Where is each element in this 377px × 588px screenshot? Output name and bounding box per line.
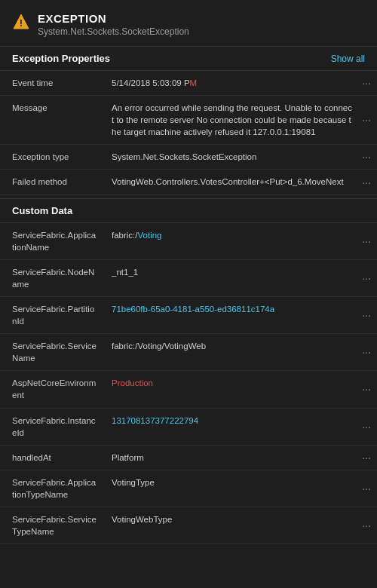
prop-actions-instance-id[interactable]: ··· [356,409,377,445]
prop-value-aspnetcore-env: Production [106,371,356,407]
prop-value-handled-at: Platform [106,446,356,470]
prop-value-exception-type: System.Net.Sockets.SocketException [106,145,356,169]
prop-value-node-name: _nt1_1 [106,260,356,296]
exception-subtitle: System.Net.Sockets.SocketException [38,26,189,37]
prop-value-event-time: 5/14/2018 5:03:09 PM [106,71,356,95]
prop-key-app-name: ServiceFabric.ApplicationName [0,223,106,259]
prop-row-exception-type: Exception type System.Net.Sockets.Socket… [0,145,377,170]
prop-actions-aspnetcore-env[interactable]: ··· [356,371,377,407]
prop-actions-message[interactable]: ··· [356,96,377,144]
custom-data-section: Custom Data ServiceFabric.ApplicationNam… [0,198,377,545]
prop-row-instance-id: ServiceFabric.InstanceId 131708137377222… [0,409,377,446]
prop-actions-exception-type[interactable]: ··· [356,145,377,169]
env-highlight: Production [112,378,153,387]
prop-actions-app-name[interactable]: ··· [356,223,377,259]
prop-key-service-name: ServiceFabric.ServiceName [0,334,106,370]
prop-actions-event-time[interactable]: ··· [356,71,377,95]
prop-value-service-type-name: VotingWebType [106,507,356,544]
exception-properties-title: Exception Properties [12,53,110,64]
prop-key-instance-id: ServiceFabric.InstanceId [0,409,106,445]
prop-key-exception-type: Exception type [0,145,106,169]
prop-row-failed-method: Failed method VotingWeb.Controllers.Vote… [0,170,377,194]
prop-key-partition-id: ServiceFabric.PartitionId [0,297,106,333]
exception-properties-section: Exception Properties Show all Event time… [0,46,377,195]
prop-value-service-name: fabric:/Voting/VotingWeb [106,334,356,370]
app-name-link: Voting [138,231,162,240]
prop-actions-app-type-name[interactable]: ··· [356,470,377,507]
custom-data-header: Custom Data [0,198,377,223]
prop-row-handled-at: handledAt Platform ··· [0,446,377,470]
prop-row-app-type-name: ServiceFabric.ApplicationTypeName Voting… [0,470,377,507]
instance-id-link: 131708137377222794 [112,416,198,425]
prop-actions-handled-at[interactable]: ··· [356,446,377,470]
prop-row-event-time: Event time 5/14/2018 5:03:09 PM ··· [0,71,377,96]
prop-row-message: Message An error occurred while sending … [0,96,377,145]
prop-actions-service-name[interactable]: ··· [356,334,377,370]
prop-key-handled-at: handledAt [0,446,106,470]
prop-key-service-type-name: ServiceFabric.ServiceTypeName [0,507,106,544]
prop-actions-node-name[interactable]: ··· [356,260,377,296]
prop-actions-service-type-name[interactable]: ··· [356,507,377,544]
event-time-highlight: M [190,78,198,87]
prop-actions-partition-id[interactable]: ··· [356,297,377,333]
prop-key-event-time: Event time [0,71,106,95]
partition-id-link: 71be60fb-65a0-4181-a550-ed36811c174a [112,305,274,314]
prop-value-app-name: fabric:/Voting [106,223,356,259]
exception-header: ! EXCEPTION System.Net.Sockets.SocketExc… [0,0,377,46]
prop-value-app-type-name: VotingType [106,470,356,507]
warning-triangle-icon: ! [12,12,30,33]
exception-title-block: EXCEPTION System.Net.Sockets.SocketExcep… [38,12,189,37]
prop-value-partition-id: 71be60fb-65a0-4181-a550-ed36811c174a [106,297,356,333]
custom-data-title: Custom Data [12,205,72,216]
prop-value-instance-id: 131708137377222794 [106,409,356,445]
prop-row-service-name: ServiceFabric.ServiceName fabric:/Voting… [0,334,377,371]
prop-row-aspnetcore-env: AspNetCoreEnvironment Production ··· [0,371,377,408]
prop-row-partition-id: ServiceFabric.PartitionId 71be60fb-65a0-… [0,297,377,334]
show-all-link[interactable]: Show all [331,54,365,64]
prop-row-node-name: ServiceFabric.NodeName _nt1_1 ··· [0,260,377,297]
prop-key-failed-method: Failed method [0,170,106,194]
prop-key-message: Message [0,96,106,144]
prop-row-app-name: ServiceFabric.ApplicationName fabric:/Vo… [0,223,377,260]
svg-text:!: ! [20,17,23,29]
exception-properties-header: Exception Properties Show all [0,46,377,71]
prop-key-node-name: ServiceFabric.NodeName [0,260,106,296]
prop-key-app-type-name: ServiceFabric.ApplicationTypeName [0,470,106,507]
exception-label: EXCEPTION [38,12,189,25]
prop-value-failed-method: VotingWeb.Controllers.VotesController+<P… [106,170,356,194]
prop-key-aspnetcore-env: AspNetCoreEnvironment [0,371,106,407]
prop-value-message: An error occurred while sending the requ… [106,96,356,144]
prop-actions-failed-method[interactable]: ··· [356,170,377,194]
prop-row-service-type-name: ServiceFabric.ServiceTypeName VotingWebT… [0,507,377,544]
